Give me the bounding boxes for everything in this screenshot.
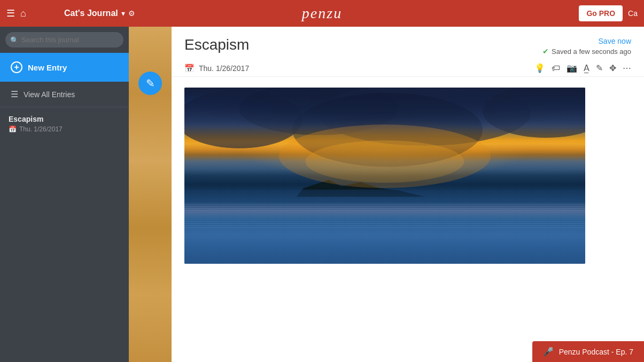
hamburger-icon[interactable]: ☰ — [6, 7, 15, 19]
expand-icon[interactable]: ✥ — [609, 63, 616, 73]
save-now-link[interactable]: Save now — [599, 37, 631, 45]
gear-icon[interactable]: ⚙ — [128, 9, 135, 18]
saved-status: ✔ Saved a few seconds ago — [542, 47, 631, 56]
navbar: ☰ ⌂ penzu Go PRO Ca Cat's Journal ▾ ⚙ — [0, 0, 644, 27]
list-item[interactable]: Escapism 📅 Thu. 1/26/2017 — [0, 107, 129, 140]
search-wrapper: 🔍 — [5, 32, 123, 48]
new-entry-label: New Entry — [28, 63, 67, 72]
cloud-svg — [184, 88, 585, 193]
date-area: 📅 Thu. 1/26/2017 — [184, 64, 249, 73]
image-icon[interactable]: 📷 — [567, 63, 577, 73]
penzu-logo: penzu — [302, 5, 342, 21]
sidebar: 🔍 + New Entry ☰ View All Entries Escapis… — [0, 27, 129, 362]
journal-title: Cat's Journal — [64, 9, 118, 18]
search-container: 🔍 — [0, 27, 129, 53]
new-entry-button[interactable]: + New Entry — [0, 53, 129, 82]
home-icon[interactable]: ⌂ — [20, 8, 26, 19]
entry-date-display: Thu. 1/26/2017 — [199, 64, 249, 73]
entry-toolbar: 📅 Thu. 1/26/2017 💡 🏷 📷 A̲ ✎ ✥ ⋯ — [172, 60, 644, 77]
podcast-label: Penzu Podcast - Ep. 7 — [559, 348, 633, 356]
navbar-right: Go PRO Ca — [579, 5, 638, 21]
entry-image — [184, 88, 585, 264]
nav-user: Ca — [628, 9, 638, 18]
svg-point-6 — [306, 140, 464, 183]
search-icon: 🔍 — [10, 36, 19, 44]
podcast-bar[interactable]: 🎤 Penzu Podcast - Ep. 7 — [532, 341, 644, 362]
go-pro-button[interactable]: Go PRO — [579, 5, 623, 21]
pen-icon[interactable]: ✎ — [596, 63, 603, 73]
wood-panel: ✎ — [129, 27, 172, 362]
search-input[interactable] — [5, 32, 123, 48]
save-area: Save now ✔ Saved a few seconds ago — [542, 36, 631, 56]
water-shimmer — [184, 202, 585, 229]
entry-date: 📅 Thu. 1/26/2017 — [9, 125, 120, 133]
toolbar-icons: 💡 🏷 📷 A̲ ✎ ✥ ⋯ — [534, 63, 631, 73]
microphone-icon: 🎤 — [543, 347, 554, 357]
check-icon: ✔ — [542, 47, 549, 56]
content-area: Save now ✔ Saved a few seconds ago 📅 Thu… — [172, 27, 644, 362]
pencil-button[interactable]: ✎ — [138, 72, 162, 95]
bulb-icon[interactable]: 💡 — [534, 63, 545, 73]
chevron-down-icon[interactable]: ▾ — [121, 9, 125, 18]
calendar-icon[interactable]: 📅 — [184, 64, 195, 73]
entry-title-input[interactable] — [184, 36, 542, 53]
calendar-small-icon: 📅 — [9, 125, 17, 133]
plus-circle-icon: + — [11, 61, 22, 73]
list-icon: ☰ — [11, 89, 18, 99]
view-all-entries-button[interactable]: ☰ View All Entries — [0, 82, 129, 107]
entry-title: Escapism — [9, 115, 120, 123]
view-all-label: View All Entries — [24, 90, 75, 99]
entry-header: Save now ✔ Saved a few seconds ago — [172, 27, 644, 60]
main-layout: 🔍 + New Entry ☰ View All Entries Escapis… — [0, 27, 644, 362]
tag-icon[interactable]: 🏷 — [552, 64, 560, 73]
more-icon[interactable]: ⋯ — [623, 63, 631, 73]
font-icon[interactable]: A̲ — [584, 63, 589, 73]
navbar-left: ☰ ⌂ — [6, 7, 26, 19]
entry-body[interactable] — [172, 77, 644, 362]
navbar-center: penzu — [302, 5, 342, 22]
